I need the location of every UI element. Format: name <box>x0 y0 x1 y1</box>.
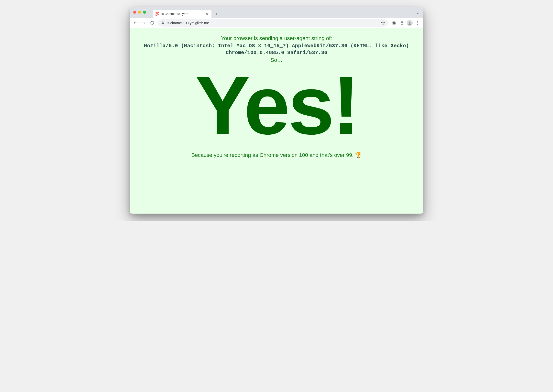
traffic-lights <box>133 11 146 14</box>
page-content: Your browser is sending a user-agent str… <box>130 28 423 214</box>
answer-text: Yes! <box>140 66 413 145</box>
explanation-text: Because you're reporting as Chrome versi… <box>140 152 413 158</box>
browser-tab[interactable]: 💯 Is Chrome 100 yet? ✕ <box>153 10 211 18</box>
profile-avatar[interactable] <box>406 19 413 27</box>
bookmark-star-icon[interactable] <box>381 21 385 25</box>
tab-favicon-icon: 💯 <box>155 12 159 16</box>
titlebar: 💯 Is Chrome 100 yet? ✕ + <box>130 7 423 18</box>
close-tab-button[interactable]: ✕ <box>205 12 209 16</box>
labs-flask-icon[interactable] <box>398 19 406 27</box>
tabs-row: 💯 Is Chrome 100 yet? ✕ + <box>153 7 220 18</box>
new-tab-button[interactable]: + <box>213 11 220 17</box>
address-bar[interactable]: is-chrome-100-yet.glitch.me <box>158 19 388 27</box>
maximize-window-button[interactable] <box>143 11 146 14</box>
browser-window: 💯 Is Chrome 100 yet? ✕ + is-chrome-100-y… <box>130 7 423 214</box>
extensions-icon[interactable] <box>390 19 398 27</box>
minimize-window-button[interactable] <box>138 11 141 14</box>
menu-button[interactable] <box>414 19 421 27</box>
toolbar-icons <box>390 19 421 27</box>
svg-point-3 <box>409 22 410 23</box>
back-button[interactable] <box>132 19 139 27</box>
forward-button[interactable] <box>140 19 147 27</box>
reload-button[interactable] <box>148 19 156 27</box>
url-text: is-chrome-100-yet.glitch.me <box>167 21 378 25</box>
lock-icon <box>161 21 164 24</box>
user-agent-string: Mozilla/5.0 (Macintosh; Intel Mac OS X 1… <box>140 43 413 56</box>
svg-marker-2 <box>381 21 385 24</box>
intro-text: Your browser is sending a user-agent str… <box>140 35 413 42</box>
tabs-dropdown-button[interactable] <box>416 11 420 16</box>
addressbar-row: is-chrome-100-yet.glitch.me <box>130 18 423 28</box>
tab-title: Is Chrome 100 yet? <box>161 12 203 16</box>
close-window-button[interactable] <box>133 11 136 14</box>
